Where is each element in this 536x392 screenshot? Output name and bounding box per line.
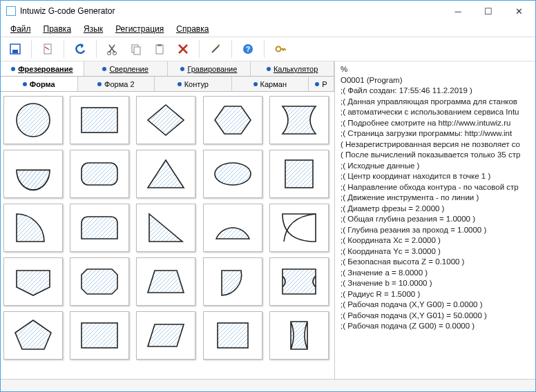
gcode-line: ;( Данная управляющая программа для стан… (341, 97, 530, 108)
gcode-line: ;( Диаметр фрезы = 2.0000 ) (341, 204, 530, 215)
toolbar: ? (1, 37, 535, 61)
svg-marker-16 (215, 106, 251, 134)
menu-edit[interactable]: Правка (38, 23, 77, 35)
shape-ellipse[interactable] (203, 150, 262, 198)
shape-rounded-rect[interactable] (70, 150, 129, 198)
svg-rect-2 (12, 50, 18, 53)
svg-rect-14 (82, 108, 117, 133)
gcode-line: ;( Координата Yc = 3.0000 ) (341, 246, 530, 257)
svg-rect-7 (134, 47, 140, 55)
subtab-contour[interactable]: Контур (155, 77, 232, 91)
shape-rect-big[interactable] (70, 311, 129, 360)
delete-button[interactable] (173, 39, 193, 59)
subtab-more[interactable]: Р (309, 77, 334, 91)
svg-rect-26 (82, 323, 117, 348)
shape-chamfer-rect[interactable] (70, 257, 129, 306)
main-tabs: Фрезерование Сверление Гравирование Каль… (1, 61, 334, 77)
titlebar: Intuwiz G-code Generator ─ ☐ ✕ (1, 1, 535, 21)
shape-rect[interactable] (70, 96, 129, 144)
gcode-line: ;( Страница загрузки программы: http://w… (341, 128, 530, 139)
maximize-button[interactable]: ☐ (473, 1, 504, 21)
svg-marker-23 (82, 269, 117, 294)
menu-lang[interactable]: Язык (78, 23, 108, 35)
shape-diamond[interactable] (136, 96, 195, 144)
svg-point-19 (215, 163, 251, 185)
window-title: Intuwiz G-code Generator (20, 6, 443, 16)
shape-square[interactable] (269, 150, 329, 198)
gcode-line: ;( автоматически с использованием сервис… (341, 107, 530, 118)
shape-rect-plain[interactable] (203, 311, 262, 360)
svg-point-13 (17, 104, 50, 137)
svg-marker-22 (17, 271, 50, 295)
menu-reg[interactable]: Регистрация (110, 23, 169, 35)
gcode-line: ;( Файл создан: 17:55:46 11.2.2019 ) (341, 86, 530, 97)
copy-button[interactable] (126, 39, 146, 59)
help-icon-button[interactable]: ? (238, 39, 258, 59)
shape-cross-rect[interactable] (269, 257, 329, 306)
wand-button[interactable] (205, 39, 226, 59)
svg-marker-18 (148, 160, 184, 188)
shape-right-triangle[interactable] (136, 204, 195, 252)
document-button[interactable] (37, 39, 58, 59)
svg-marker-21 (149, 214, 182, 242)
shape-trapezoid[interactable] (136, 257, 195, 306)
gcode-line: ;( Общая глубина резания = 1.0000 ) (341, 214, 530, 225)
gcode-line: ;( Исходные данные ) (341, 161, 530, 172)
shape-triangle[interactable] (136, 150, 195, 198)
svg-marker-25 (15, 320, 51, 349)
subtab-pocket[interactable]: Карман (232, 77, 309, 91)
gcode-line: ;( Координата Xc = 2.0000 ) (341, 235, 530, 246)
gcode-line: ;( Подробнее смотрите на http://www.intu… (341, 118, 530, 129)
subtab-shape2[interactable]: Форма 2 (78, 77, 155, 91)
save-button[interactable] (5, 39, 26, 59)
svg-marker-24 (148, 271, 184, 293)
shape-semicircle[interactable] (203, 204, 262, 252)
tab-milling[interactable]: Фрезерование (1, 61, 84, 76)
gcode-line: ;( Безопасная высота Z = 0.1000 ) (341, 257, 530, 268)
paste-button[interactable] (149, 39, 170, 59)
gcode-line: ;( Значение a = 8.0000 ) (341, 268, 530, 279)
svg-marker-27 (148, 324, 184, 346)
svg-rect-17 (82, 163, 117, 185)
cut-button[interactable] (102, 39, 123, 59)
gcode-line: ;( Центр координат находится в точке 1 ) (341, 171, 530, 182)
shape-concave-corner[interactable] (269, 204, 329, 252)
tab-calculator[interactable]: Калькулятор (251, 61, 334, 76)
gcode-output[interactable]: %O0001 (Program);( Файл создан: 17:55:46… (335, 61, 535, 379)
subtab-shape[interactable]: Форма (1, 77, 78, 91)
gcode-line: % (341, 64, 530, 75)
undo-button[interactable] (70, 39, 90, 59)
tab-engraving[interactable]: Гравирование (168, 61, 251, 76)
shape-halfcircle-flat[interactable] (3, 150, 63, 198)
shape-quarter-pie[interactable] (3, 204, 63, 252)
shape-circle[interactable] (3, 96, 63, 144)
left-panel: Фрезерование Сверление Гравирование Каль… (1, 61, 335, 379)
menu-file[interactable]: Файл (5, 23, 37, 35)
menu-help[interactable]: Справка (171, 23, 214, 35)
gcode-line: ( Незарегистрированная версия не позволя… (341, 139, 530, 150)
svg-rect-9 (157, 44, 162, 46)
gcode-line: ;( Рабочая подача (X,Y G00) = 0.0000 ) (341, 300, 530, 311)
shape-concave[interactable] (269, 96, 329, 144)
svg-point-12 (276, 47, 281, 52)
svg-text:?: ? (246, 45, 251, 53)
gcode-line: O0001 (Program) (341, 75, 530, 86)
minimize-button[interactable]: ─ (443, 1, 473, 21)
app-icon (6, 6, 16, 16)
close-button[interactable]: ✕ (504, 1, 534, 21)
key-button[interactable] (270, 39, 291, 59)
shape-quarter-round[interactable] (203, 257, 262, 306)
shape-trapezoid-round[interactable] (70, 204, 129, 252)
shape-pentagon-flat[interactable] (3, 257, 63, 306)
shape-pentagon[interactable] (3, 311, 63, 360)
shape-slot[interactable] (269, 311, 329, 360)
gcode-line: ;( Рабочая подача (Z G00) = 0.0000 ) (341, 321, 530, 332)
tab-drilling[interactable]: Сверление (84, 61, 168, 76)
shape-hexagon[interactable] (203, 96, 262, 144)
right-panel: %O0001 (Program);( Файл создан: 17:55:46… (335, 61, 535, 379)
statusbar (1, 379, 535, 392)
gcode-line: ( После вычислений показывается только 3… (341, 150, 530, 161)
gcode-line: ;( Рабочая подача (X,Y G01) = 50.0000 ) (341, 311, 530, 322)
svg-marker-15 (148, 105, 184, 135)
shape-parallelogram[interactable] (136, 311, 195, 360)
